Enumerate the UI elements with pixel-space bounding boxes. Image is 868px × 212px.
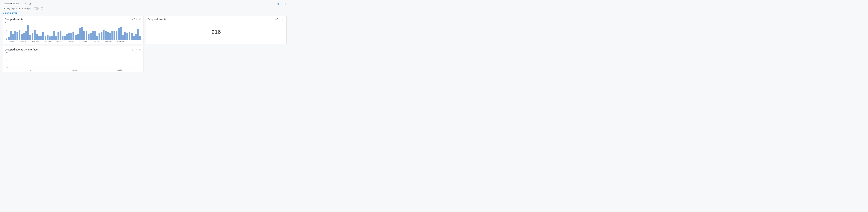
bar — [14, 31, 16, 40]
gear-icon[interactable] — [138, 17, 142, 21]
bar — [32, 33, 34, 40]
widget-icons: i — [132, 48, 142, 51]
widget-dropped-events-ts: Dropped events i 1050 16:5 — [3, 16, 144, 44]
svg-point-6 — [140, 49, 140, 50]
refresh-icon[interactable] — [28, 2, 31, 6]
bar — [96, 36, 98, 40]
bar — [12, 34, 14, 40]
empty-slot — [146, 46, 287, 72]
bar — [131, 33, 133, 40]
x-tick: ether1 — [53, 69, 97, 71]
bar — [70, 33, 72, 40]
bar — [83, 31, 85, 40]
bar — [10, 31, 12, 40]
y-axis: 1050 — [5, 21, 8, 43]
info-icon[interactable]: i — [279, 18, 280, 21]
bar — [90, 33, 92, 40]
expand-icon[interactable] — [282, 2, 286, 6]
bar — [46, 35, 49, 40]
x-tick: 16:57:00 — [32, 41, 44, 43]
chart-icon[interactable] — [275, 17, 278, 21]
bar — [88, 34, 90, 40]
bar — [126, 33, 128, 40]
dashboard-page: Latest 5 minutes of d… Display legend on… — [0, 0, 289, 74]
chart-area: 100500 iotether1lab150 — [5, 51, 142, 71]
widget-dropped-events-total: Dropped events i 216 — [146, 16, 287, 44]
x-tick — [129, 41, 142, 43]
bar — [62, 36, 64, 40]
bar — [8, 37, 10, 40]
x-tick: 16:59:30 — [93, 41, 105, 43]
bar — [124, 32, 126, 40]
bar — [107, 32, 109, 40]
bar — [86, 31, 88, 40]
legend-toggle[interactable] — [34, 7, 39, 10]
bar — [105, 31, 107, 40]
add-filter-label: ADD FILTER — [5, 12, 18, 14]
bar — [66, 34, 68, 40]
bar — [51, 36, 53, 40]
bar — [42, 32, 44, 40]
gear-icon[interactable] — [281, 17, 284, 21]
bar — [23, 33, 25, 40]
bar — [120, 27, 122, 40]
plot-column: 16:56:0016:56:3016:57:0016:57:3016:58:00… — [8, 21, 142, 43]
chart-icon[interactable] — [132, 17, 135, 21]
widget-icons: i — [275, 17, 284, 21]
toolbar-right — [276, 2, 286, 6]
bar — [75, 35, 76, 40]
info-icon[interactable]: i — [136, 48, 137, 51]
bars — [8, 51, 142, 68]
y-tick: 0 — [5, 38, 7, 40]
bar — [135, 34, 137, 40]
chart-icon[interactable] — [132, 48, 135, 51]
info-icon[interactable]: i — [136, 18, 137, 21]
bar — [55, 36, 57, 40]
bar — [72, 32, 74, 40]
svg-point-5 — [282, 19, 283, 20]
svg-point-0 — [277, 4, 278, 4]
widget-title: Dropped events — [148, 18, 166, 21]
bar — [17, 32, 18, 40]
bar — [92, 31, 94, 40]
bar — [79, 28, 81, 40]
share-icon[interactable] — [276, 2, 280, 6]
bar — [25, 31, 27, 40]
x-tick: 17:00:00 — [105, 41, 117, 43]
bar — [34, 30, 36, 40]
widget-icons: i — [132, 17, 142, 21]
bars — [8, 21, 142, 40]
y-tick: 0 — [5, 67, 7, 68]
gear-icon[interactable] — [138, 48, 142, 51]
bar — [64, 36, 66, 40]
bar — [101, 32, 102, 40]
bar — [122, 35, 124, 40]
y-tick: 5 — [5, 30, 7, 32]
bar — [68, 33, 70, 40]
add-filter-button[interactable]: + ADD FILTER — [3, 11, 18, 16]
y-axis: 100500 — [5, 51, 8, 71]
svg-point-4 — [140, 19, 140, 20]
widget-header: Dropped events i — [148, 17, 284, 21]
x-axis: 16:56:0016:56:3016:57:0016:57:3016:58:00… — [8, 40, 142, 43]
x-tick: 16:56:00 — [8, 41, 20, 43]
svg-point-1 — [279, 3, 279, 3]
bar — [118, 28, 120, 40]
chart-area: 1050 16:56:0016:56:3016:57:0016:57:3016:… — [5, 21, 142, 43]
svg-point-2 — [279, 4, 279, 5]
info-icon[interactable]: i — [41, 7, 43, 10]
plot — [8, 21, 142, 40]
bar — [133, 36, 135, 40]
time-range-label: Latest 5 minutes of d… — [3, 2, 23, 5]
bar — [19, 30, 21, 40]
toolbar: Latest 5 minutes of d… — [3, 2, 287, 6]
bar — [112, 31, 113, 40]
time-range-select[interactable]: Latest 5 minutes of d… — [3, 2, 26, 6]
x-tick: iot — [8, 69, 53, 71]
widget-title: Dropped events by Interface — [5, 48, 38, 51]
x-tick: 16:56:30 — [20, 41, 32, 43]
bar — [40, 36, 42, 40]
x-tick: 17:00:30 — [117, 41, 129, 43]
bar — [94, 31, 96, 40]
bar — [140, 36, 141, 40]
